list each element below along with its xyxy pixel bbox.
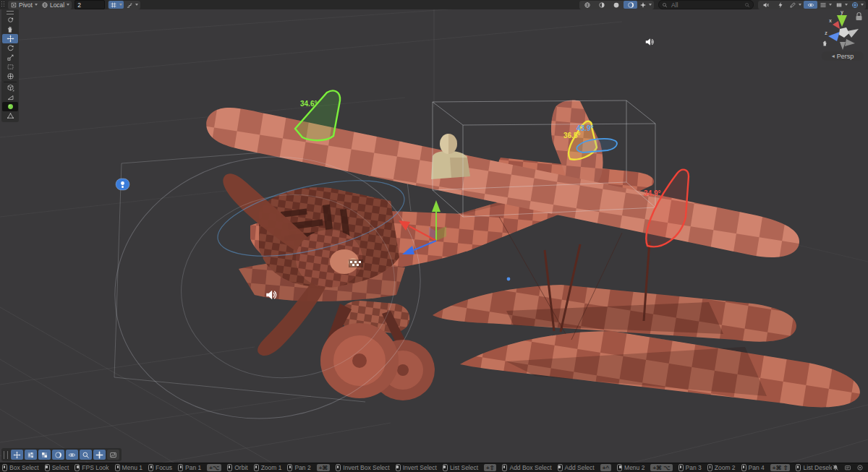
key-badge: +⇧	[484, 464, 496, 471]
lock-icon[interactable]	[856, 13, 862, 21]
hint-add-box-select: Add Box Select	[502, 464, 551, 471]
key-badge: +⌘ ⌥	[650, 464, 672, 471]
axis-x-cone[interactable]	[833, 21, 840, 29]
gizmos-dropdown[interactable]	[850, 1, 865, 9]
orientation-label: Local	[50, 1, 64, 9]
shading-rendered-toggle[interactable]	[624, 1, 637, 9]
chevron-down-icon	[119, 4, 122, 6]
globe-icon	[41, 1, 48, 9]
hint-fps-look: FPS Look	[75, 464, 109, 471]
axis-z-cone[interactable]	[828, 32, 840, 41]
scene-viewport[interactable]: 34.6° 36.5° 43.9° 34.9°	[0, 0, 868, 472]
probuilder-tool[interactable]	[2, 102, 18, 111]
grid-snap-dropdown[interactable]	[109, 1, 124, 9]
pivot-mode-dropdown[interactable]: Pivot	[9, 1, 39, 9]
axis-neg-cone-lower[interactable]	[845, 39, 855, 46]
orientation-dropdown[interactable]: Local	[40, 1, 71, 9]
mouse-icon	[254, 464, 259, 471]
circledot-icon	[856, 464, 864, 471]
view-tools-group	[758, 1, 866, 9]
chevron-down-icon	[829, 4, 832, 6]
search-input[interactable]	[670, 1, 742, 9]
hint-label: Add Box Select	[509, 464, 551, 471]
move-mode-button[interactable]	[11, 450, 23, 460]
texture-grid-button[interactable]	[38, 450, 51, 460]
mouse-icon	[502, 464, 507, 471]
hint-label: List Select	[450, 464, 478, 471]
bottom-button-list	[11, 450, 119, 460]
move-tool[interactable]	[2, 34, 18, 43]
badge-alt: +⌥	[207, 464, 221, 471]
mouse-icon	[2, 464, 7, 471]
axis-neg-cone-down[interactable]	[840, 42, 846, 50]
custom-editor-tool[interactable]	[2, 83, 18, 93]
transform-tool[interactable]	[2, 72, 18, 81]
visibility-fx-button[interactable]	[66, 450, 78, 460]
pan-tool[interactable]	[2, 25, 18, 34]
shading-half-toggle[interactable]	[595, 1, 608, 9]
rotate-tool[interactable]	[2, 43, 18, 53]
notifications-muted-icon[interactable]	[832, 464, 839, 471]
moon-icon	[627, 1, 634, 9]
hint-label: Focus	[156, 464, 172, 471]
hint-menu-2: Menu 2	[617, 464, 644, 471]
bottom-toolbar-drag-handle[interactable]	[4, 451, 8, 459]
add-cross-button[interactable]	[93, 450, 106, 460]
orientation-gizmo-overlay: y x z ◂ Persp	[822, 9, 864, 61]
hint-add-select: Add Select	[558, 464, 595, 471]
axis-gizmo[interactable]: y x z	[822, 9, 864, 50]
rect-tool[interactable]	[2, 62, 18, 72]
hint-label: Pan 3	[686, 464, 702, 471]
key-badge: +⌥	[207, 464, 221, 471]
grid-size-input[interactable]	[75, 0, 105, 9]
orb-icon	[7, 103, 14, 111]
light-probe-badge[interactable]	[116, 179, 129, 190]
hint-pan-2: Pan 2	[287, 464, 310, 471]
snap-increment-dropdown[interactable]	[124, 1, 140, 9]
hint-label: Menu 1	[122, 464, 142, 471]
circlef-icon	[613, 1, 620, 9]
view-tool[interactable]	[2, 15, 18, 25]
scene-view-button[interactable]	[107, 450, 119, 460]
shading-solid-toggle[interactable]	[609, 1, 623, 9]
render-columns-dropdown[interactable]	[834, 1, 849, 9]
sliders-button[interactable]	[25, 450, 37, 460]
poly-shape-tool[interactable]	[2, 111, 18, 121]
mouse-icon	[796, 464, 801, 471]
projection-toggle[interactable]: ◂ Persp	[822, 51, 864, 61]
search-filter-icon[interactable]	[744, 2, 750, 8]
mouse-hints: Box Select Select FPS Look Menu 1 Fo	[2, 464, 832, 471]
shading-toggle-group	[579, 1, 654, 9]
hint-box-select: Box Select	[2, 464, 39, 471]
lightning-toggle[interactable]	[773, 1, 787, 9]
status-circle-icon[interactable]	[856, 464, 864, 471]
shaded-sphere-button[interactable]	[52, 450, 64, 460]
handle-dot[interactable]	[507, 278, 511, 281]
hint-invert-box-select: Invert Box Select	[336, 464, 389, 471]
scene-search-field[interactable]	[658, 0, 754, 9]
sliders-icon	[27, 451, 35, 459]
mouse-icon	[115, 464, 120, 471]
bottom-toolbar	[1, 448, 122, 461]
tools-drag-handle[interactable]	[2, 9, 18, 15]
audio-mute-toggle[interactable]	[759, 1, 773, 9]
grid-snap-icon	[110, 1, 117, 9]
annotate-pen-dropdown[interactable]	[788, 1, 803, 9]
stack-icon	[820, 1, 827, 9]
exposure-dropdown[interactable]	[818, 1, 833, 9]
shading-wireframe-toggle[interactable]	[580, 1, 594, 9]
zoom-button[interactable]	[80, 450, 92, 460]
cube-icon	[7, 84, 14, 92]
effects-dropdown[interactable]	[638, 1, 653, 9]
chevron-down-icon	[845, 4, 848, 6]
ramp-tool[interactable]	[2, 93, 18, 102]
console-icon[interactable]	[844, 464, 851, 471]
mouse-icon	[287, 464, 292, 471]
toolbar-drag-handle[interactable]	[1, 1, 5, 8]
rect-icon	[7, 63, 14, 71]
snap-step-icon	[126, 1, 133, 9]
top-toolbar: Pivot Local	[0, 0, 868, 9]
scale-tool[interactable]	[2, 53, 18, 62]
gizmo-center-cube[interactable]	[839, 27, 849, 38]
scene-visibility-toggle[interactable]	[804, 1, 817, 9]
